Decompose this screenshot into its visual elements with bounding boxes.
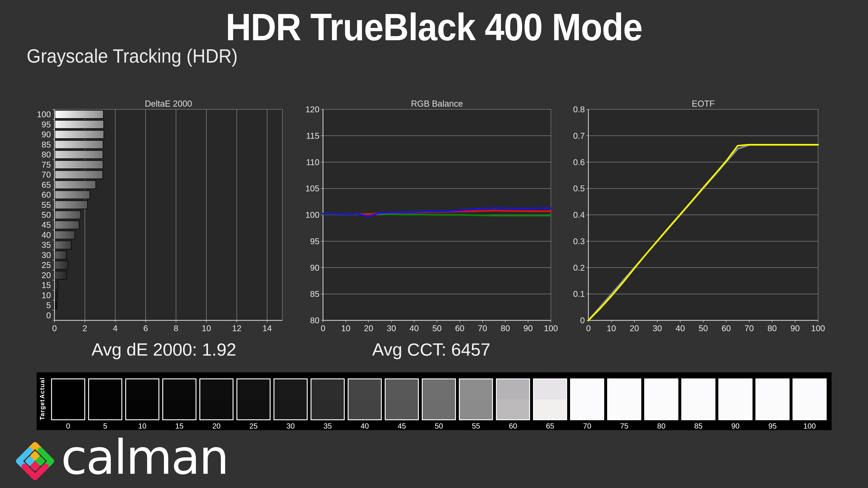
xlabel-90: 90 [524,324,533,333]
deltae-bar-10 [55,291,57,299]
deltae-ylabel-35: 35 [41,240,51,250]
swatch-actual-60 [497,379,529,399]
swatch-box-5 [88,379,122,420]
xlabel-50: 50 [699,324,708,333]
xlabel-70: 70 [745,324,754,333]
swatch-label-90: 90 [718,422,752,430]
deltae-bar-80 [55,151,103,159]
calman-logo-text: calman [61,434,228,481]
calman-logo: calman [13,437,228,485]
swatch-cell-40: 40 [348,379,382,430]
swatch-box-45 [385,379,419,420]
chart-title: EOTF [692,99,715,108]
xlabel-50: 50 [432,324,441,333]
swatch-label-10: 10 [125,422,159,430]
swatch-cell-25: 25 [237,379,271,430]
swatch-cell-45: 45 [385,379,419,430]
swatch-target-10 [126,399,158,420]
swatch-actual-75 [608,379,640,399]
deltae-bar-95 [55,120,104,128]
swatch-label-50: 50 [422,422,456,430]
deltae-bar-75 [55,160,103,168]
swatch-actual-95 [756,379,789,399]
xlabel-90: 90 [790,324,800,333]
swatch-label-0: 0 [51,422,85,430]
swatch-target-90 [719,399,752,420]
xlabel-80: 80 [501,324,510,333]
deltae-bar-25 [55,261,68,269]
deltae-ylabel-90: 90 [41,130,51,139]
deltae-xlabel-8: 8 [174,324,178,333]
xlabel-20: 20 [364,324,373,333]
swatch-target-30 [274,399,307,420]
swatch-box-55 [459,379,493,420]
swatch-actual-20 [200,379,232,399]
swatch-label-45: 45 [385,422,419,430]
deltae-bar-45 [55,221,79,229]
xlabel-40: 40 [410,324,419,333]
swatch-cell-60: 60 [496,379,530,430]
deltae-bar-65 [55,181,96,189]
xlabel-40: 40 [676,324,685,333]
swatch-box-10 [125,379,159,420]
xlabel-0: 0 [321,324,326,333]
swatch-actual-50 [423,379,455,399]
swatch-label-70: 70 [570,422,604,430]
deltae-ylabel-60: 60 [41,190,51,199]
swatch-label-80: 80 [644,422,678,430]
swatch-label-85: 85 [681,422,715,430]
swatch-target-85 [682,399,715,420]
xlabel-0: 0 [586,324,591,333]
xlabel-100: 100 [544,324,558,333]
deltae-ylabel-5: 5 [46,301,51,310]
deltae-ylabel-80: 80 [41,150,51,159]
deltae-ylabel-50: 50 [41,210,51,220]
swatch-box-40 [348,379,382,420]
ylabel-90: 90 [310,263,319,272]
calman-logo-icon [13,439,57,484]
swatch-box-35 [311,379,345,420]
deltae-xlabel-0: 0 [52,324,57,333]
swatch-cell-90: 90 [718,379,752,430]
ylabel-0.6: 0.6 [573,158,585,167]
ylabel-0.7: 0.7 [573,131,585,140]
deltae-ylabel-25: 25 [41,260,51,270]
ylabel-0.5: 0.5 [573,184,585,193]
swatch-actual-30 [274,379,307,399]
grayscale-swatch-strip: Actual Target 05101520253035404550556065… [37,372,832,430]
deltae-2000-chart: DeltaE 200005101520253035404550556065707… [32,97,296,336]
swatch-actual-25 [237,379,270,399]
deltae-bar-15 [55,281,58,289]
swatch-label-60: 60 [496,422,530,430]
deltae-xlabel-10: 10 [202,324,211,333]
xlabel-30: 30 [653,324,662,333]
swatch-target-40 [348,399,381,420]
xlabel-100: 100 [811,324,825,333]
section-title: Grayscale Tracking (HDR) [27,45,238,67]
deltae-bar-70 [55,170,103,179]
deltae-bar-30 [55,251,66,259]
swatch-cell-70: 70 [570,379,604,430]
swatch-actual-0 [52,379,84,399]
deltae-xlabel-6: 6 [143,324,148,333]
deltae-ylabel-70: 70 [41,170,51,180]
deltae-xlabel-2: 2 [83,324,87,333]
ylabel-0.3: 0.3 [573,237,585,246]
ylabel-80: 80 [310,316,319,325]
ylabel-85: 85 [310,289,319,299]
deltae-ylabel-20: 20 [41,271,51,280]
ylabel-115: 115 [306,131,319,140]
swatch-actual-100 [794,379,826,399]
avg-cct-value: Avg CCT: 6457 [298,339,564,360]
chart-title: RGB Balance [411,99,463,108]
swatch-target-100 [794,399,826,420]
calman-report-page: HDR TrueBlack 400 Mode Grayscale Trackin… [0,0,868,488]
deltae-ylabel-55: 55 [41,200,51,210]
swatch-label-100: 100 [793,422,827,430]
swatch-cell-95: 95 [755,379,789,430]
swatch-box-20 [199,379,234,420]
swatch-label-5: 5 [88,422,122,430]
swatch-actual-70 [571,379,603,399]
deltae-bar-90 [55,130,104,138]
deltae-bar-100 [55,110,103,119]
